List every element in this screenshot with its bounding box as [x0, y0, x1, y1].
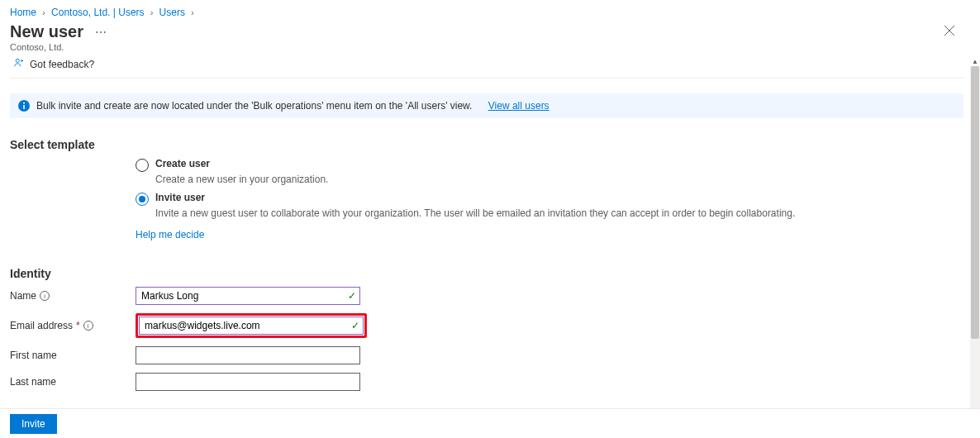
more-actions-button[interactable]: ⋯	[92, 26, 110, 39]
radio-invite-user-desc: Invite a new guest user to collaborate w…	[155, 207, 963, 219]
breadcrumb: Home › Contoso, Ltd. | Users › Users ›	[10, 0, 963, 21]
info-glyph-icon[interactable]: i	[83, 321, 93, 331]
required-indicator: *	[76, 320, 80, 331]
email-label: Email address * i	[10, 320, 136, 331]
close-icon	[944, 25, 955, 36]
scrollbar-thumb[interactable]	[971, 66, 979, 339]
close-button[interactable]	[940, 21, 959, 42]
svg-rect-4	[23, 105, 25, 109]
radio-icon-selected	[136, 193, 149, 206]
last-name-label: Last name	[10, 376, 136, 388]
vertical-scrollbar[interactable]: ▲ ▼	[970, 66, 980, 415]
svg-point-2	[16, 59, 19, 62]
invite-button[interactable]: Invite	[10, 414, 57, 434]
footer-bar: Invite	[0, 408, 980, 438]
breadcrumb-home[interactable]: Home	[10, 7, 36, 18]
name-label: Name i	[10, 290, 136, 302]
first-name-label: First name	[10, 350, 136, 361]
svg-point-5	[23, 102, 25, 104]
breadcrumb-users[interactable]: Users	[159, 7, 185, 18]
info-banner-text: Bulk invite and create are now located u…	[36, 100, 472, 112]
radio-icon	[136, 159, 149, 172]
radio-create-user-desc: Create a new user in your organization.	[155, 174, 963, 185]
help-me-decide-link[interactable]: Help me decide	[136, 229, 204, 240]
breadcrumb-org-users[interactable]: Contoso, Ltd. | Users	[51, 7, 145, 18]
radio-invite-user[interactable]: Invite user	[136, 192, 963, 206]
info-glyph-icon[interactable]: i	[40, 291, 50, 301]
email-input[interactable]	[139, 317, 364, 335]
email-highlight: ✓	[136, 313, 367, 338]
info-banner: Bulk invite and create are now located u…	[10, 93, 963, 118]
name-input[interactable]	[136, 287, 360, 305]
chevron-right-icon: ›	[191, 8, 193, 17]
page-subtitle: Contoso, Ltd.	[10, 42, 963, 52]
info-icon	[18, 100, 30, 112]
identity-heading: Identity	[10, 267, 963, 280]
last-name-input[interactable]	[136, 373, 360, 391]
chevron-right-icon: ›	[42, 8, 45, 17]
feedback-person-icon	[13, 57, 25, 71]
page-title: New user	[10, 22, 83, 41]
feedback-label: Got feedback?	[30, 59, 94, 70]
radio-create-user[interactable]: Create user	[136, 158, 963, 172]
select-template-heading: Select template	[10, 138, 963, 151]
first-name-input[interactable]	[136, 346, 360, 364]
view-all-users-link[interactable]: View all users	[488, 100, 549, 112]
radio-invite-user-label: Invite user	[155, 192, 205, 203]
chevron-right-icon: ›	[150, 8, 153, 17]
feedback-button[interactable]: Got feedback?	[10, 52, 963, 79]
scroll-up-arrow-icon[interactable]: ▲	[970, 56, 980, 66]
radio-create-user-label: Create user	[155, 158, 210, 169]
